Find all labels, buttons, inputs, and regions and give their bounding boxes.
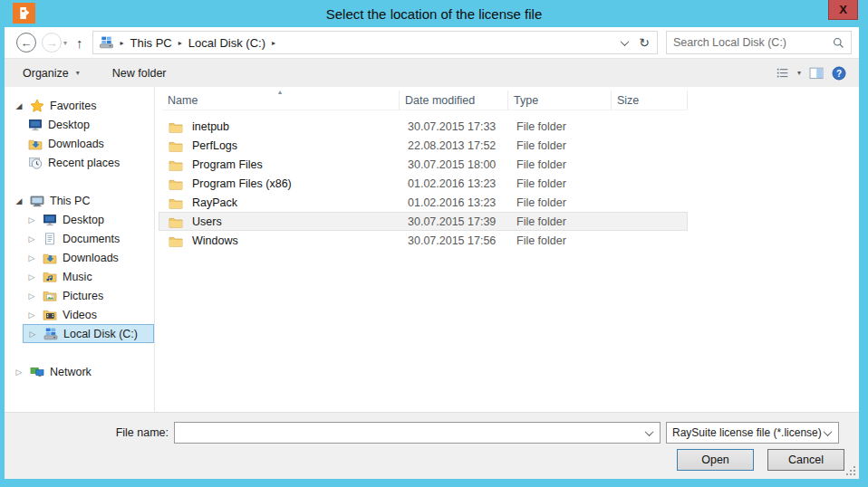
recent-places-icon — [28, 156, 43, 170]
dialog-body: ◢ Favorites Desktop Downloads Recent pla… — [5, 87, 859, 412]
breadcrumb-separator-icon: ▸ — [178, 39, 182, 47]
refresh-button[interactable]: ↻ — [639, 35, 650, 50]
tree-expanded-icon[interactable]: ◢ — [14, 101, 24, 110]
file-type-chevron-icon — [824, 427, 833, 436]
file-type: File folder — [511, 196, 614, 209]
dialog-content: ← → ▾ ↑ ▸ This PC ▸ Local Disk (C:) ▸ — [5, 27, 859, 479]
close-button[interactable]: X — [828, 0, 858, 20]
file-date: 30.07.2015 18:00 — [402, 158, 511, 171]
back-button[interactable]: ← — [16, 33, 36, 53]
open-button[interactable]: Open — [677, 449, 754, 471]
back-arrow-icon: ← — [21, 36, 33, 50]
file-type: File folder — [511, 139, 614, 152]
column-header-name[interactable]: Name ▴ — [162, 91, 400, 110]
file-name-label: File name: — [5, 426, 174, 439]
sidebar-item-recent-places[interactable]: Recent places — [5, 153, 154, 172]
tree-collapsed-icon[interactable]: ▷ — [27, 329, 38, 339]
folder-icon — [169, 177, 183, 190]
close-icon: X — [839, 3, 847, 16]
tree-collapsed-icon[interactable]: ▷ — [26, 215, 37, 224]
this-pc-label: This PC — [50, 195, 90, 207]
sidebar-item-local-disk-c[interactable]: ▷ Local Disk (C:) — [23, 324, 154, 343]
network-label: Network — [50, 366, 92, 378]
file-row-inetpub[interactable]: inetpub 30.07.2015 17:33 File folder — [159, 117, 688, 136]
file-name-input[interactable] — [178, 424, 646, 442]
file-list-pane: Name ▴ Date modified Type Size — [155, 87, 859, 412]
forward-button[interactable]: → — [42, 33, 62, 53]
file-date: 30.07.2015 17:56 — [402, 234, 511, 247]
up-button[interactable]: ↑ — [76, 35, 83, 51]
sidebar-group-this-pc[interactable]: ◢ This PC — [5, 191, 154, 210]
column-header-size[interactable]: Size — [612, 91, 688, 110]
recent-locations-dropdown[interactable]: ▾ — [63, 39, 67, 47]
tree-spacer — [5, 172, 154, 191]
folder-icon — [169, 215, 183, 228]
tree-collapsed-icon[interactable]: ▷ — [26, 291, 37, 301]
sidebar-item-music[interactable]: ▷ Music — [5, 267, 154, 286]
column-header-type[interactable]: Type — [508, 91, 612, 110]
sidebar-item-desktop[interactable]: ▷ Desktop — [5, 210, 154, 229]
breadcrumb-location[interactable]: Local Disk (C:) — [188, 36, 265, 50]
folder-icon — [169, 120, 183, 133]
file-row-program-files-x86[interactable]: Program Files (x86) 01.02.2016 13:23 Fil… — [159, 174, 688, 193]
sidebar-item-videos[interactable]: ▷ Videos — [5, 305, 154, 324]
change-view-icon[interactable] — [776, 66, 789, 80]
file-name-dropdown-chevron-icon[interactable] — [645, 427, 654, 436]
address-bar[interactable]: ▸ This PC ▸ Local Disk (C:) ▸ ↻ — [92, 31, 658, 54]
sidebar-item-documents[interactable]: ▷ Documents — [5, 229, 154, 248]
sidebar-group-favorites[interactable]: ◢ Favorites — [5, 96, 154, 115]
window-title: Select the location of the license file — [326, 6, 542, 22]
file-row-program-files[interactable]: Program Files 30.07.2015 18:00 File fold… — [159, 155, 688, 174]
cancel-button[interactable]: Cancel — [767, 449, 844, 471]
sidebar-item-label: Desktop — [48, 119, 90, 131]
desktop-icon — [28, 118, 43, 132]
preview-pane-icon[interactable] — [809, 66, 824, 81]
new-folder-label: New folder — [112, 67, 167, 80]
tree-collapsed-icon[interactable]: ▷ — [26, 310, 37, 320]
music-icon — [43, 270, 57, 284]
organize-menu[interactable]: Organize ▾ — [23, 67, 80, 80]
file-row-perflogs[interactable]: PerfLogs 22.08.2013 17:52 File folder — [159, 136, 688, 155]
sidebar-item-downloads-favorite[interactable]: Downloads — [5, 134, 154, 153]
tree-expanded-icon[interactable]: ◢ — [14, 196, 24, 205]
navigation-pane: ◢ Favorites Desktop Downloads Recent pla… — [5, 87, 155, 412]
tree-collapsed-icon[interactable]: ▷ — [26, 253, 37, 263]
file-type-select[interactable]: RaySuite license file (*.license) — [666, 422, 839, 444]
new-folder-button[interactable]: New folder — [112, 67, 167, 80]
file-type: File folder — [511, 215, 614, 228]
pictures-icon — [43, 289, 57, 303]
breadcrumb-this-pc[interactable]: This PC — [130, 36, 172, 50]
file-date: 01.02.2016 13:23 — [402, 196, 511, 209]
sidebar-item-downloads[interactable]: ▷ Downloads — [5, 248, 154, 267]
address-dropdown-chevron-icon[interactable] — [621, 37, 630, 46]
search-input[interactable] — [673, 36, 833, 49]
column-label: Name — [168, 94, 198, 107]
sidebar-item-pictures[interactable]: ▷ Pictures — [5, 286, 154, 305]
file-name: inetpub — [192, 120, 402, 133]
file-row-users[interactable]: Users 30.07.2015 17:39 File folder — [159, 212, 688, 231]
help-icon[interactable]: ? — [832, 66, 846, 81]
file-type: File folder — [511, 120, 614, 133]
file-date: 30.07.2015 17:39 — [402, 215, 511, 228]
file-row-windows[interactable]: Windows 30.07.2015 17:56 File folder — [159, 231, 688, 250]
view-dropdown-caret-icon[interactable]: ▾ — [797, 69, 801, 77]
downloads-icon — [28, 137, 43, 151]
file-row-raypack[interactable]: RayPack 01.02.2016 13:23 File folder — [159, 193, 688, 212]
tree-collapsed-icon[interactable]: ▷ — [26, 272, 37, 282]
column-header-date-modified[interactable]: Date modified — [400, 91, 508, 110]
command-toolbar: Organize ▾ New folder ▾ ? — [5, 58, 859, 87]
sidebar-item-desktop-favorite[interactable]: Desktop — [5, 115, 154, 134]
file-date: 01.02.2016 13:23 — [402, 177, 511, 190]
computer-icon — [30, 194, 44, 208]
file-name: RayPack — [192, 196, 402, 209]
sidebar-group-network[interactable]: ▷ Network — [5, 362, 154, 381]
sidebar-item-label: Recent places — [48, 157, 120, 169]
resize-grip[interactable] — [854, 473, 855, 475]
tree-collapsed-icon[interactable]: ▷ — [14, 368, 24, 377]
network-icon — [30, 365, 44, 379]
svg-text:?: ? — [836, 68, 842, 78]
tree-collapsed-icon[interactable]: ▷ — [26, 234, 37, 244]
file-type: File folder — [511, 177, 614, 190]
folder-icon — [169, 158, 183, 171]
folder-icon — [169, 139, 183, 152]
